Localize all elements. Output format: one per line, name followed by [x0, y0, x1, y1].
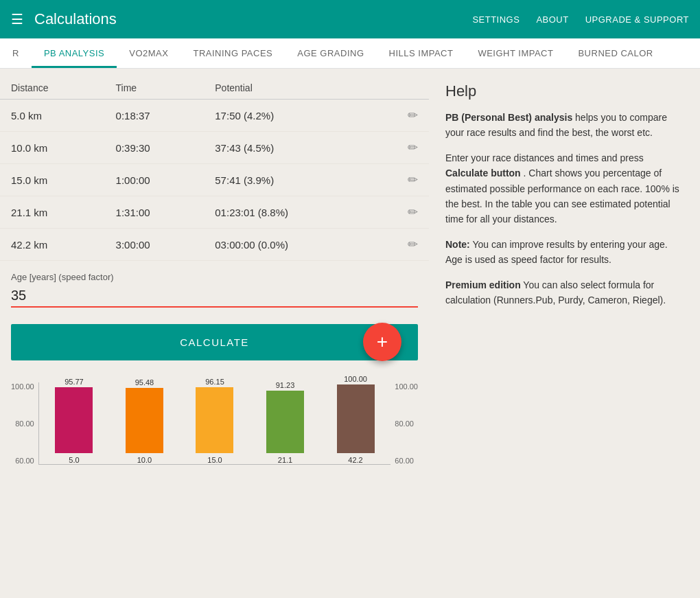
calculate-button[interactable]: CALCULATE [11, 324, 418, 360]
tab-age-grading[interactable]: AGE GRADING [285, 38, 376, 68]
cell-distance: 42.2 km [0, 229, 105, 261]
bar-value-label: 100.00 [344, 375, 367, 383]
bar-group-42.2: 100.00 42.2 [326, 375, 386, 464]
edit-row-button[interactable]: ✏ [372, 196, 429, 229]
chart-area: 100.00 80.00 60.00 95.77 5.0 95.48 10.0 … [0, 360, 429, 465]
help-bold-2: Calculate button [445, 168, 521, 179]
age-label: Age [years] (speed factor) [11, 272, 418, 282]
tabs-bar: R PB ANALYSIS VO2MAX TRAINING PACES AGE … [0, 38, 700, 69]
help-note-label: Note: [445, 239, 470, 250]
help-para-3: Note: You can improve results by enterin… [445, 237, 684, 268]
help-note-text: You can improve results by entering your… [445, 239, 668, 265]
bar-value-label: 91.23 [276, 381, 295, 389]
bar-value-label: 95.77 [65, 378, 84, 386]
cell-time: 1:00:00 [105, 164, 205, 196]
edit-row-button[interactable]: ✏ [372, 100, 429, 132]
main-content: Distance Time Potential 5.0 km 0:18:37 1… [0, 69, 700, 595]
data-table: Distance Time Potential 5.0 km 0:18:37 1… [0, 80, 429, 261]
bar-rect [337, 384, 375, 453]
help-text-2a: Enter your race distances and times and … [445, 152, 644, 163]
y-label-100: 100.00 [11, 382, 34, 391]
bar-dist-label: 15.0 [207, 456, 222, 464]
tab-burned-calor[interactable]: BURNED CALOR [565, 38, 665, 68]
right-panel: Help PB (Personal Best) analysis helps y… [429, 69, 700, 595]
cell-potential: 37:43 (4.5%) [204, 132, 372, 164]
about-link[interactable]: ABOUT [536, 14, 568, 25]
tab-pb-analysis[interactable]: PB ANALYSIS [32, 38, 117, 68]
y-label-right-60: 60.00 [395, 457, 418, 465]
bar-rect [266, 391, 304, 453]
age-section: Age [years] (speed factor) [0, 261, 429, 324]
edit-row-button[interactable]: ✏ [372, 132, 429, 164]
bar-rect [55, 387, 93, 453]
table-row: 21.1 km 1:31:00 01:23:01 (8.8%) ✏ [0, 196, 429, 229]
y-label-80: 80.00 [11, 419, 34, 428]
bar-dist-label: 42.2 [348, 456, 362, 464]
table-row: 42.2 km 3:00:00 03:00:00 (0.0%) ✏ [0, 229, 429, 261]
edit-row-button[interactable]: ✏ [372, 164, 429, 196]
y-label-right-80: 80.00 [395, 419, 418, 428]
bar-value-label: 95.48 [135, 378, 154, 387]
tab-training-paces[interactable]: TRAINING PACES [180, 38, 285, 68]
cell-time: 0:18:37 [105, 100, 205, 132]
settings-link[interactable]: SETTINGS [472, 14, 520, 25]
col-time: Time [105, 80, 205, 100]
bar-group-15.0: 96.15 15.0 [185, 378, 245, 464]
y-axis-left: 100.00 80.00 60.00 [11, 382, 38, 465]
bars-area: 95.77 5.0 95.48 10.0 96.15 15.0 91.23 21… [38, 382, 391, 465]
age-input[interactable] [11, 288, 418, 303]
add-entry-button[interactable]: + [363, 323, 401, 361]
header-nav: SETTINGS ABOUT UPGRADE & SUPPORT [472, 14, 689, 25]
bar-dist-label: 10.0 [137, 456, 152, 464]
help-para-2: Enter your race distances and times and … [445, 150, 684, 227]
y-label-right-100: 100.00 [395, 382, 418, 391]
cell-distance: 21.1 km [0, 196, 105, 229]
help-bold-1: PB (Personal Best) analysis [445, 112, 572, 123]
cell-potential: 57:41 (3.9%) [204, 164, 372, 196]
bar-dist-label: 5.0 [69, 456, 79, 464]
col-distance: Distance [0, 80, 105, 100]
upgrade-support-link[interactable]: UPGRADE & SUPPORT [585, 14, 689, 25]
bar-rect [196, 387, 233, 453]
tab-vo2max[interactable]: VO2MAX [117, 38, 180, 68]
tab-weight-impact[interactable]: WEIGHT IMPACT [465, 38, 565, 68]
bar-value-label: 96.15 [205, 378, 224, 386]
help-para-1: PB (Personal Best) analysis helps you to… [445, 110, 684, 141]
bar-group-10.0: 95.48 10.0 [115, 378, 174, 464]
age-input-wrapper [11, 288, 418, 308]
y-label-60: 60.00 [11, 457, 34, 465]
cell-distance: 5.0 km [0, 100, 105, 132]
cell-distance: 10.0 km [0, 132, 105, 164]
cell-time: 0:39:30 [105, 132, 205, 164]
help-title: Help [445, 82, 684, 100]
left-panel: Distance Time Potential 5.0 km 0:18:37 1… [0, 69, 429, 595]
table-row: 10.0 km 0:39:30 37:43 (4.5%) ✏ [0, 132, 429, 164]
tab-r[interactable]: R [0, 38, 32, 68]
cell-time: 1:31:00 [105, 196, 205, 229]
bar-dist-label: 21.1 [278, 456, 292, 464]
table-row: 15.0 km 1:00:00 57:41 (3.9%) ✏ [0, 164, 429, 196]
help-premium-label: Premium edition [445, 279, 521, 290]
bar-group-5.0: 95.77 5.0 [45, 378, 104, 464]
y-axis-right: 100.00 80.00 60.00 [390, 382, 418, 465]
cell-potential: 01:23:01 (8.8%) [204, 196, 372, 229]
cell-distance: 15.0 km [0, 164, 105, 196]
header: ☰ Calculations SETTINGS ABOUT UPGRADE & … [0, 0, 700, 38]
bar-rect [126, 388, 163, 453]
cell-potential: 17:50 (4.2%) [204, 100, 372, 132]
edit-row-button[interactable]: ✏ [372, 229, 429, 261]
col-potential: Potential [204, 80, 372, 100]
bar-group-21.1: 91.23 21.1 [255, 381, 315, 464]
cell-potential: 03:00:00 (0.0%) [204, 229, 372, 261]
table-row: 5.0 km 0:18:37 17:50 (4.2%) ✏ [0, 100, 429, 132]
help-para-4: Premium edition You can also select form… [445, 277, 684, 308]
cell-time: 3:00:00 [105, 229, 205, 261]
tab-hills-impact[interactable]: HILLS IMPACT [377, 38, 466, 68]
menu-icon[interactable]: ☰ [11, 11, 23, 27]
page-title: Calculations [34, 10, 472, 28]
